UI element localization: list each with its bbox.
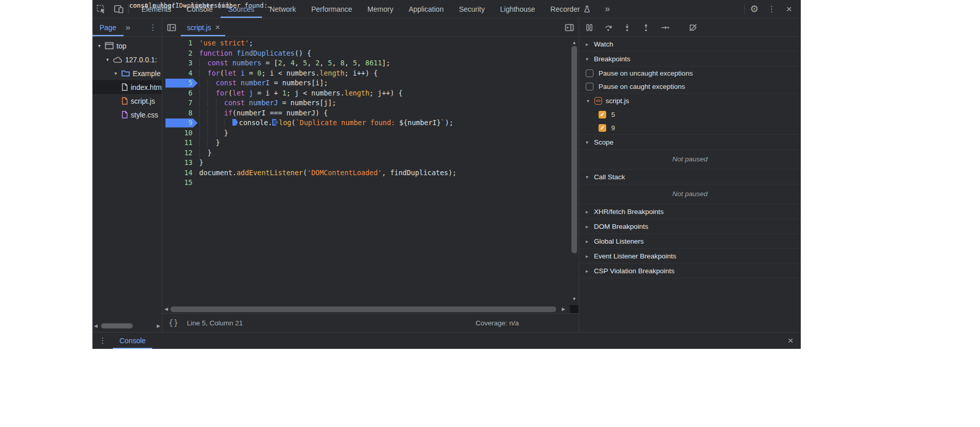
editor-vertical-scrollbar[interactable]: ▲ ▼ bbox=[570, 37, 579, 305]
expand-arrow-icon[interactable]: ▾ bbox=[97, 43, 102, 49]
coverage-label: Coverage: n/a bbox=[475, 319, 519, 327]
drawer-kebab-menu-icon[interactable]: ⋮ bbox=[92, 333, 113, 349]
pause-script-execution-icon[interactable] bbox=[583, 21, 595, 34]
breakpoint-entries: ✓const numberI = numbers[i];5✓console.lo… bbox=[579, 108, 801, 134]
scroll-right-icon[interactable]: ▶ bbox=[562, 306, 565, 312]
breakpoint-line-number[interactable]: 5 bbox=[162, 78, 199, 88]
section-xhr-fetch-breakpoints[interactable]: ▸ XHR/fetch Breakpoints bbox=[579, 204, 801, 219]
line-number[interactable]: 2 bbox=[162, 49, 199, 59]
step-out-icon[interactable] bbox=[640, 21, 652, 34]
code-content: 'use strict';function findDuplicates() {… bbox=[199, 38, 570, 188]
inline-breakpoint-active-icon[interactable] bbox=[232, 119, 238, 126]
navigator-tab-page[interactable]: Page bbox=[92, 18, 124, 36]
breakpoint-entry[interactable]: ✓const numberI = numbers[i];5 bbox=[579, 108, 801, 121]
section-watch[interactable]: ▸ Watch bbox=[579, 37, 801, 52]
expand-arrow-icon[interactable]: ▾ bbox=[105, 57, 110, 62]
chevron-down-icon: ▾ bbox=[585, 98, 591, 104]
navigator-scrollbar-thumb[interactable] bbox=[101, 323, 133, 328]
debugger-sidebar: ▸ Watch ▾ Breakpoints Pause on uncaught … bbox=[579, 37, 801, 332]
checkbox-unchecked-icon[interactable] bbox=[586, 69, 593, 77]
cloud-icon bbox=[113, 56, 123, 63]
section-breakpoints[interactable]: ▾ Breakpoints bbox=[579, 52, 801, 66]
section-call-stack[interactable]: ▾ Call Stack bbox=[579, 170, 801, 184]
device-toolbar-icon[interactable] bbox=[110, 0, 127, 18]
section-label: Call Stack bbox=[594, 173, 625, 181]
vertical-scrollbar-thumb[interactable] bbox=[571, 46, 577, 253]
line-number[interactable]: 7 bbox=[162, 98, 199, 108]
line-number[interactable]: 10 bbox=[162, 128, 199, 138]
navigator-kebab-menu-icon[interactable]: ⋮ bbox=[144, 18, 162, 36]
tree-item-style-css[interactable]: style.css bbox=[92, 108, 162, 122]
tree-item-label: top bbox=[116, 42, 126, 50]
chevron-down-icon: ▾ bbox=[584, 56, 590, 62]
tree-item-127-0-0-1-[interactable]: ▾127.0.0.1: bbox=[92, 53, 162, 66]
step-icon[interactable] bbox=[659, 21, 671, 34]
breakpoint-checkbox[interactable]: ✓ bbox=[599, 124, 606, 132]
breakpoint-file-group[interactable]: ▾ <> script.js bbox=[579, 93, 801, 108]
step-into-icon[interactable] bbox=[621, 21, 633, 34]
line-number-gutter: 123456789101112131415 bbox=[162, 38, 199, 188]
tree-item-index-html[interactable]: index.html bbox=[92, 80, 162, 94]
inspect-element-icon[interactable] bbox=[92, 0, 110, 18]
code-line: 'use strict'; bbox=[199, 38, 570, 49]
step-over-icon[interactable] bbox=[602, 21, 614, 34]
line-number[interactable]: 14 bbox=[162, 168, 199, 178]
breakpoint-checkbox[interactable]: ✓ bbox=[599, 111, 606, 118]
file-tree: ▾top▾127.0.0.1:▾Exampleindex.htmlscript.… bbox=[92, 37, 162, 122]
breakpoint-line-number[interactable]: 9 bbox=[162, 118, 199, 128]
close-drawer-icon[interactable]: × bbox=[780, 333, 801, 349]
chevron-down-icon: ▾ bbox=[584, 139, 590, 145]
horizontal-scrollbar-thumb[interactable] bbox=[171, 306, 556, 312]
pause-on-caught-exceptions-checkbox[interactable]: Pause on caught exceptions bbox=[579, 80, 801, 93]
toggle-debugger-sidebar-icon[interactable] bbox=[560, 18, 579, 36]
editor-tab-scriptjs[interactable]: script.js × bbox=[181, 18, 225, 36]
code-line: document.addEventListener('DOMContentLoa… bbox=[199, 168, 570, 178]
scroll-left-icon[interactable]: ◀ bbox=[94, 323, 98, 328]
pause-on-uncaught-exceptions-checkbox[interactable]: Pause on uncaught exceptions bbox=[579, 66, 801, 80]
line-number[interactable]: 3 bbox=[162, 58, 199, 68]
chevron-right-icon: ▸ bbox=[584, 41, 590, 47]
console-drawer: ⋮ Console × bbox=[92, 332, 801, 349]
scroll-down-icon[interactable]: ▼ bbox=[570, 294, 579, 304]
section-scope[interactable]: ▾ Scope bbox=[579, 135, 801, 150]
navigator-horizontal-scrollbar[interactable]: ◀ ▶ bbox=[92, 322, 162, 330]
tree-item-script-js[interactable]: script.js bbox=[92, 94, 162, 108]
line-number[interactable]: 13 bbox=[162, 158, 199, 168]
inline-breakpoint-candidate-icon[interactable] bbox=[272, 119, 278, 126]
checkbox-unchecked-icon[interactable] bbox=[586, 83, 593, 90]
deactivate-breakpoints-icon[interactable] bbox=[687, 21, 699, 34]
breakpoint-entry[interactable]: ✓console.log(`Duplicate number found:…9 bbox=[579, 121, 801, 134]
line-number[interactable]: 6 bbox=[162, 88, 199, 99]
section-event-listener-breakpoints[interactable]: ▸ Event Listener Breakpoints bbox=[579, 249, 801, 264]
scroll-right-icon[interactable]: ▶ bbox=[157, 323, 160, 328]
collapse-navigator-icon[interactable] bbox=[162, 18, 181, 36]
tree-item-top[interactable]: ▾top bbox=[92, 39, 162, 53]
section-global-listeners[interactable]: ▸ Global Listeners bbox=[579, 234, 801, 249]
tree-item-example[interactable]: ▾Example bbox=[92, 66, 162, 80]
editor-horizontal-scrollbar[interactable]: ◀ ▶ bbox=[162, 305, 579, 313]
code-line: for(let j = i + 1; j < numbers.length; j… bbox=[199, 88, 570, 99]
navigator-more-tabs-icon[interactable]: » bbox=[124, 18, 132, 36]
chevron-down-icon: ▾ bbox=[584, 174, 590, 180]
scroll-left-icon[interactable]: ◀ bbox=[164, 306, 168, 312]
line-number[interactable]: 12 bbox=[162, 148, 199, 158]
line-number[interactable]: 4 bbox=[162, 68, 199, 79]
section-dom-breakpoints[interactable]: ▸ DOM Breakpoints bbox=[579, 219, 801, 234]
line-number[interactable]: 8 bbox=[162, 108, 199, 118]
code-region[interactable]: 123456789101112131415 'use strict';funct… bbox=[162, 37, 579, 305]
line-number[interactable]: 11 bbox=[162, 138, 199, 148]
toolbar-divider bbox=[128, 4, 129, 14]
close-tab-icon[interactable]: × bbox=[215, 23, 220, 32]
drawer-tab-console[interactable]: Console bbox=[113, 333, 152, 349]
code-editor: 123456789101112131415 'use strict';funct… bbox=[162, 37, 579, 332]
code-line: } bbox=[199, 158, 570, 168]
code-line: console.log(`Duplicate number found: ${n… bbox=[199, 118, 570, 128]
expand-arrow-icon[interactable]: ▾ bbox=[113, 70, 118, 76]
line-number[interactable]: 15 bbox=[162, 178, 199, 188]
section-csp-violation-breakpoints[interactable]: ▸ CSP Violation Breakpoints bbox=[579, 264, 801, 278]
line-number[interactable]: 1 bbox=[162, 38, 199, 49]
file-icon bbox=[121, 83, 128, 91]
navigator-panel: ▾top▾127.0.0.1:▾Exampleindex.htmlscript.… bbox=[92, 37, 162, 332]
pretty-print-icon[interactable]: {} bbox=[169, 318, 179, 327]
breakpoint-marker bbox=[165, 118, 198, 128]
